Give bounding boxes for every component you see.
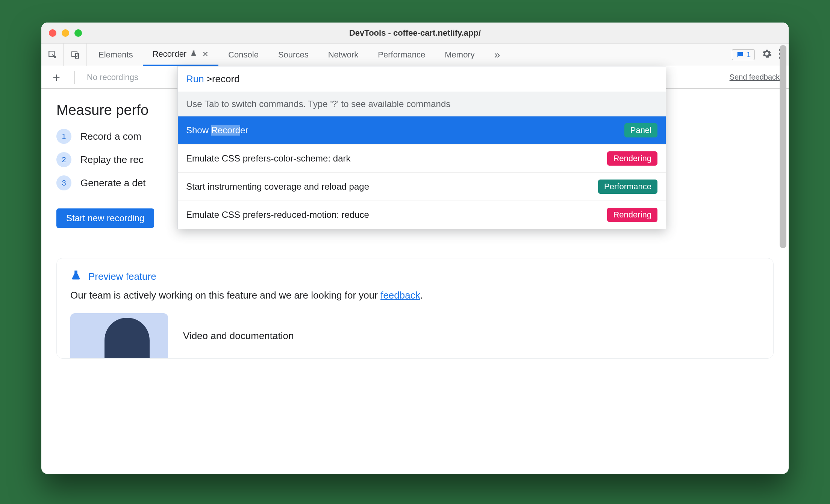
command-item-label: Emulate CSS prefers-reduced-motion: redu… bbox=[186, 210, 601, 220]
tab-recorder-label: Recorder bbox=[153, 49, 186, 59]
window-title: DevTools - coffee-cart.netlify.app/ bbox=[41, 28, 789, 38]
media-title: Video and documentation bbox=[183, 330, 294, 342]
tab-performance-label: Performance bbox=[378, 50, 425, 60]
preview-media: Video and documentation bbox=[70, 313, 760, 358]
close-window-button[interactable] bbox=[49, 29, 56, 37]
more-tabs-button[interactable]: » bbox=[485, 44, 510, 66]
category-badge: Rendering bbox=[607, 151, 657, 166]
inspect-element-button[interactable] bbox=[41, 44, 64, 66]
step-1-text: Record a com bbox=[80, 131, 141, 142]
command-item-instrument-coverage[interactable]: Start instrumenting coverage and reload … bbox=[178, 173, 666, 201]
device-toolbar-button[interactable] bbox=[64, 44, 86, 66]
command-menu: Run >record Use Tab to switch commands. … bbox=[177, 66, 666, 229]
tab-memory[interactable]: Memory bbox=[435, 44, 484, 66]
command-query: record bbox=[212, 73, 240, 85]
scrollbar-thumb[interactable] bbox=[780, 45, 786, 248]
tab-elements-label: Elements bbox=[98, 50, 133, 60]
tab-sources[interactable]: Sources bbox=[268, 44, 318, 66]
settings-button[interactable] bbox=[762, 48, 772, 61]
cmd-item-post: er bbox=[240, 125, 248, 135]
cmd-item-pre: Show bbox=[186, 125, 211, 135]
traffic-lights bbox=[49, 29, 82, 37]
video-thumbnail[interactable] bbox=[70, 313, 168, 358]
tab-strip: Elements Recorder ✕ Console Sources Netw… bbox=[41, 44, 789, 66]
command-item-show-recorder[interactable]: Show Recorder Panel bbox=[178, 116, 666, 145]
preview-body-post: . bbox=[420, 290, 423, 301]
step-number: 1 bbox=[56, 129, 71, 144]
category-badge: Panel bbox=[624, 123, 657, 137]
tab-console[interactable]: Console bbox=[218, 44, 268, 66]
command-item-label: Start instrumenting coverage and reload … bbox=[186, 181, 592, 192]
step-3-text: Generate a det bbox=[80, 177, 145, 189]
new-recording-button[interactable]: ＋ bbox=[50, 69, 62, 86]
tab-elements[interactable]: Elements bbox=[89, 44, 143, 66]
send-feedback-link[interactable]: Send feedback bbox=[730, 73, 780, 81]
step-number: 3 bbox=[56, 175, 71, 190]
step-number: 2 bbox=[56, 152, 71, 167]
preview-body: Our team is actively working on this fea… bbox=[70, 288, 760, 303]
command-item-emulate-reduced-motion[interactable]: Emulate CSS prefers-reduced-motion: redu… bbox=[178, 201, 666, 229]
maximize-window-button[interactable] bbox=[74, 29, 82, 37]
preview-title: Preview feature bbox=[88, 271, 156, 282]
tab-sources-label: Sources bbox=[278, 50, 309, 60]
step-2-text: Replay the rec bbox=[80, 154, 144, 166]
command-item-label: Emulate CSS prefers-color-scheme: dark bbox=[186, 153, 601, 164]
minimize-window-button[interactable] bbox=[62, 29, 69, 37]
devtools-window: DevTools - coffee-cart.netlify.app/ Elem… bbox=[41, 23, 789, 474]
command-item-emulate-dark[interactable]: Emulate CSS prefers-color-scheme: dark R… bbox=[178, 145, 666, 173]
divider bbox=[74, 71, 75, 84]
tabs: Elements Recorder ✕ Console Sources Netw… bbox=[86, 44, 725, 66]
no-recordings-label: No recordings bbox=[87, 72, 138, 82]
start-new-recording-button[interactable]: Start new recording bbox=[56, 208, 154, 228]
tab-network-label: Network bbox=[328, 50, 359, 60]
preview-heading: Preview feature bbox=[70, 270, 760, 284]
title-bar: DevTools - coffee-cart.netlify.app/ bbox=[41, 23, 789, 44]
run-label: Run bbox=[186, 73, 204, 85]
close-tab-button[interactable]: ✕ bbox=[202, 50, 209, 59]
messages-button[interactable]: 1 bbox=[732, 49, 755, 60]
preview-body-pre: Our team is actively working on this fea… bbox=[70, 290, 380, 301]
tab-performance[interactable]: Performance bbox=[368, 44, 435, 66]
tab-recorder[interactable]: Recorder ✕ bbox=[143, 44, 218, 66]
category-badge: Performance bbox=[598, 180, 657, 194]
feedback-link[interactable]: feedback bbox=[380, 290, 420, 301]
command-menu-search[interactable]: Run >record bbox=[178, 66, 666, 92]
tab-console-label: Console bbox=[228, 50, 259, 60]
cmd-item-highlight: Record bbox=[211, 125, 240, 136]
message-icon bbox=[736, 51, 744, 59]
preview-feature-card: Preview feature Our team is actively wor… bbox=[56, 258, 774, 359]
command-menu-hint: Use Tab to switch commands. Type '?' to … bbox=[178, 92, 666, 116]
category-badge: Rendering bbox=[607, 208, 657, 222]
tab-network[interactable]: Network bbox=[318, 44, 368, 66]
tab-memory-label: Memory bbox=[445, 50, 474, 60]
command-item-label: Show Recorder bbox=[186, 125, 618, 136]
flask-icon bbox=[190, 49, 197, 59]
chevron-icon: > bbox=[206, 73, 212, 85]
flask-icon bbox=[70, 270, 82, 284]
message-count: 1 bbox=[747, 50, 751, 59]
scrollbar[interactable] bbox=[779, 23, 787, 474]
